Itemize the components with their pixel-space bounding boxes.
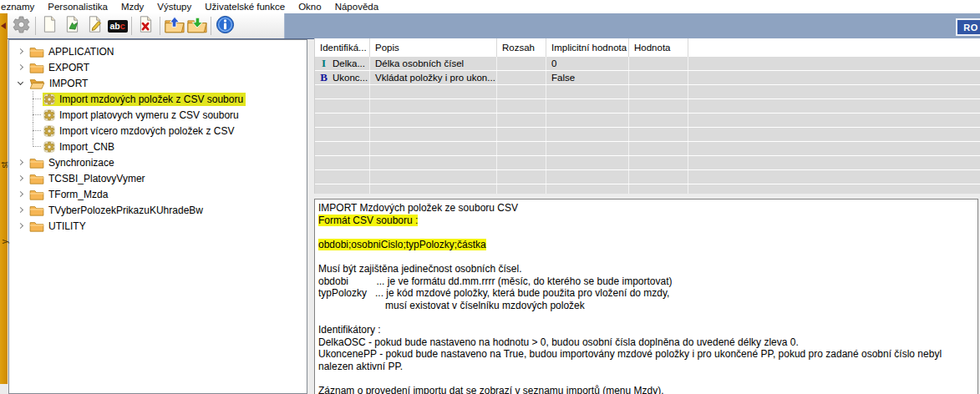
open-folder-up-button[interactable] (163, 15, 185, 38)
tree-item-import-v-cero-mzdov-ch-polo-ek-z-csv[interactable]: Import vícero mzdových položek z CSV (9, 123, 307, 139)
chevron-down-icon[interactable] (18, 78, 23, 84)
abc-badge-icon: abc (108, 20, 128, 33)
info-circle-icon (216, 15, 235, 38)
tree-item-label: APPLICATION (48, 46, 114, 58)
chevron-right-icon[interactable] (18, 223, 23, 229)
grid-cell-popis: Vkládat položky i pro ukon... (370, 71, 497, 84)
menu-item-mzdy[interactable]: Mzdy (114, 2, 150, 12)
grid-empty-cell (370, 128, 497, 141)
description-line: UkoncenePP - pokud bude nastaveno na Tru… (318, 348, 974, 372)
tree-item-tcsbi-platovyvymer[interactable]: TCSBI_PlatovyVymer (9, 170, 307, 186)
grid-empty-row (315, 114, 980, 127)
tree-item-label: UTILITY (48, 220, 86, 232)
open-folder-down-button[interactable] (185, 15, 208, 38)
chevron-right-icon[interactable] (18, 207, 23, 213)
grid-empty-cell (370, 142, 497, 155)
menu-item-v-stupy[interactable]: Výstupy (150, 2, 198, 12)
grid-column-header-popis[interactable]: Popis (370, 38, 497, 57)
description-panel: IMPORT Mzdových položek ze souboru CSVFo… (314, 199, 978, 394)
tree-item-import-platovych-vymeru-z-csv-souboru[interactable]: Import platovych vymeru z CSV souboru (9, 107, 307, 123)
collapse-left-arrow-icon[interactable] (1, 23, 6, 29)
page-pencil-icon (86, 15, 104, 37)
grid-empty-cell (688, 184, 980, 194)
grid-empty-cell (315, 170, 370, 184)
grid-cell-identifier-text: Ukonc... (333, 73, 368, 83)
grid-column-header-identifik[interactable]: Identifiká... (315, 38, 370, 57)
grid-empty-cell (688, 142, 980, 155)
grid-cell-rozsah (497, 57, 546, 70)
grid-empty-cell (370, 85, 497, 98)
grid-column-header-implicitn-hodnota[interactable]: Implicitní hodnota (546, 38, 629, 57)
folder-icon (29, 157, 44, 169)
tree-item-application[interactable]: APPLICATION (9, 43, 307, 59)
grid-cell-extra (688, 57, 980, 70)
tree-item-tform-mzda[interactable]: TForm_Mzda (9, 186, 307, 202)
grid-empty-cell (688, 170, 980, 184)
grid-empty-cell (497, 142, 546, 155)
module-gear-icon (43, 109, 55, 121)
tree-item-utility[interactable]: UTILITY (9, 218, 307, 234)
grid-cell-popis: Délka osobních čísel (370, 57, 497, 70)
grid-empty-row (315, 142, 980, 155)
blank-page-icon (41, 15, 58, 37)
new-item-button[interactable] (38, 15, 61, 38)
description-line (318, 226, 974, 239)
abc-label-ab: ab (109, 22, 119, 31)
toolbar-separator (131, 17, 132, 35)
toolbar: abc (8, 13, 285, 38)
folder-icon (29, 173, 44, 184)
menu-item-n-pov-da[interactable]: Nápověda (328, 2, 385, 12)
tree-item-content: UTILITY (28, 220, 89, 233)
chevron-right-icon[interactable] (18, 159, 23, 165)
ro-button[interactable]: RO (956, 18, 980, 36)
folder-icon (29, 62, 44, 73)
grid-cell-identifier: BUkonc... (315, 71, 370, 84)
info-button[interactable] (214, 15, 236, 38)
grid-empty-cell (315, 184, 370, 194)
grid-column-header-item[interactable] (688, 38, 980, 57)
chevron-right-icon[interactable] (18, 48, 23, 54)
menu-item-okno[interactable]: Okno (292, 2, 328, 12)
tree-item-export[interactable]: EXPORT (9, 59, 307, 75)
description-line: IMPORT Mzdových položek ze souboru CSV (318, 202, 974, 215)
vertical-tab-strip[interactable]: sty (0, 13, 8, 384)
grid-empty-row (315, 170, 980, 184)
delete-item-button[interactable] (135, 15, 157, 38)
grid-empty-cell (370, 114, 497, 127)
grid-column-header-rozsah[interactable]: Rozsah (497, 38, 546, 57)
run-item-button[interactable] (61, 15, 84, 38)
chevron-right-icon[interactable] (18, 175, 23, 181)
menu-item-personalistika[interactable]: Personalistika (41, 2, 114, 12)
tree-item-content: APPLICATION (28, 45, 116, 58)
grid-empty-cell (315, 156, 370, 169)
grid-column-header-hodnota[interactable]: Hodnota (629, 38, 688, 57)
folder-icon (29, 220, 44, 232)
chevron-right-icon[interactable] (18, 64, 23, 70)
chevron-right-icon[interactable] (18, 191, 23, 197)
tree-item-import-cnb[interactable]: Import_CNB (9, 139, 307, 154)
tree-item-import-mzdov-ch-polo-ek-z-csv-souboru[interactable]: Import mzdových položek z CSV souboru (9, 91, 307, 107)
description-line: typPolozky ... je kód mzdové položky, kt… (318, 287, 974, 300)
edit-item-button[interactable] (84, 15, 106, 38)
module-gear-icon (43, 141, 55, 153)
menu-item-eznamy[interactable]: eznamy (0, 2, 41, 12)
tree-item-import[interactable]: IMPORT (9, 75, 307, 91)
settings-button[interactable] (10, 15, 33, 38)
grid-empty-cell (315, 114, 370, 127)
tree-item-content: Import platovych vymeru z CSV souboru (43, 109, 241, 122)
parameter-grid-panel: Identifiká...PopisRozsahImplicitní hodno… (314, 38, 980, 194)
rename-button[interactable]: abc (106, 15, 129, 38)
menu-item-u-ivatelsk-funkce[interactable]: Uživatelské funkce (198, 2, 292, 12)
grid-empty-cell (629, 142, 688, 155)
grid-row-ukonc[interactable]: BUkonc...Vkládat položky i pro ukon...Fa… (315, 71, 980, 84)
tree-item-tvyberpolozekprikazukuhradebw[interactable]: TVyberPolozekPrikazuKUhradeBw (9, 202, 307, 218)
grid-empty-row (315, 99, 980, 113)
toolbar-separator (211, 17, 211, 35)
gear-icon (12, 15, 31, 38)
description-line: DelkaOSC - pokud bude nastaveno na hodno… (318, 336, 974, 349)
vertical-tab-label-fragment: y (0, 236, 9, 248)
tree-item-synchronizace[interactable]: Synchronizace (9, 154, 307, 170)
grid-empty-cell (629, 128, 688, 141)
description-line: obdobi ... je ve formátu dd.mm.rrrr (měs… (318, 275, 974, 288)
grid-row-delka[interactable]: IDelka...Délka osobních čísel0 (315, 57, 980, 70)
